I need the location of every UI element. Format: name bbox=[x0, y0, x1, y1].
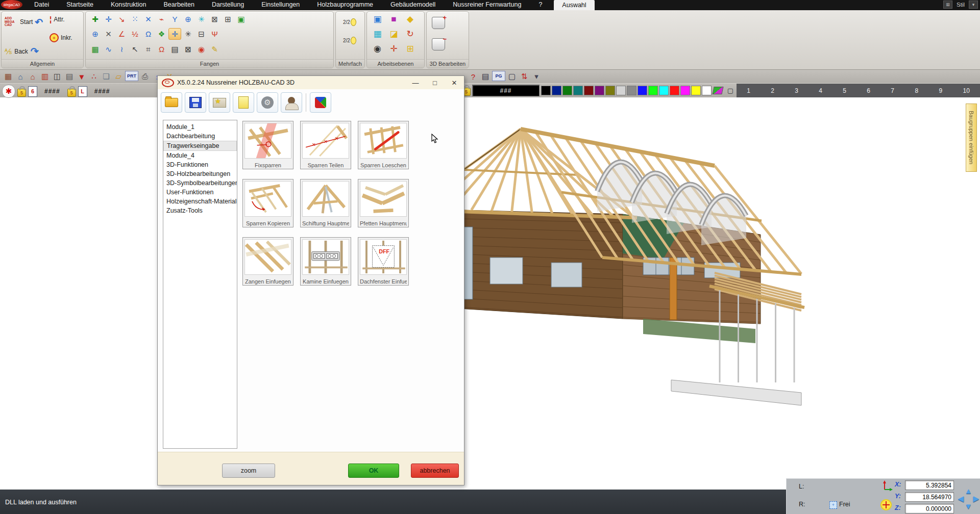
zoom-button[interactable]: zoom bbox=[222, 464, 275, 478]
category-3d-symbolbearbeitungen[interactable]: 3D-Symbolbearbeitungen bbox=[163, 178, 237, 188]
snap-point-plus-icon[interactable]: ↖ bbox=[129, 43, 141, 55]
scale-3[interactable]: 3 bbox=[795, 87, 798, 94]
snap-free-point-icon[interactable]: ✚ bbox=[89, 13, 102, 25]
y-coordinate-field[interactable]: 18.564970 bbox=[905, 492, 954, 502]
z-coordinate-field[interactable]: 0.000000 bbox=[905, 504, 954, 513]
snap-polyline-icon[interactable]: ≀ bbox=[115, 43, 128, 55]
snap-keyboard-icon[interactable]: ▤ bbox=[168, 43, 181, 55]
new-note-button[interactable] bbox=[233, 92, 254, 113]
color-swatch-1[interactable] bbox=[541, 86, 551, 95]
module-zangen[interactable]: Zangen Einfuegen bbox=[242, 237, 293, 286]
section-tool-icon[interactable]: ◫ bbox=[52, 71, 63, 82]
pan-up-icon[interactable]: ▲ bbox=[965, 487, 972, 495]
category-zusatz-tools[interactable]: Zusatz-Tools bbox=[163, 206, 237, 215]
mehrfach-icon-2[interactable]: 2/2 bbox=[343, 34, 356, 46]
snap-angle-icon[interactable]: ∠ bbox=[115, 28, 128, 40]
workplane-view-icon[interactable]: ▣ bbox=[371, 13, 384, 25]
module-dachfenster[interactable]: DFF Dachfenster Einfuegen bbox=[358, 237, 409, 286]
redraw-asterisk-button[interactable]: ✱ bbox=[2, 85, 15, 98]
origin-target-icon[interactable] bbox=[880, 499, 892, 510]
window-options-icon[interactable]: ▾ bbox=[969, 1, 978, 9]
snap-arrow-pair-icon[interactable]: ↘ bbox=[115, 13, 128, 25]
category-module-1[interactable]: Module_1 bbox=[163, 122, 237, 132]
solid-subtract-icon[interactable]: − bbox=[432, 38, 445, 50]
module-sparren-teilen[interactable]: ✕ ✕ ✕ Sparren Teilen bbox=[300, 121, 351, 169]
snap-circle-center-icon[interactable]: ⊕ bbox=[89, 28, 102, 40]
solid-add-icon[interactable]: + bbox=[432, 17, 445, 29]
scale-5[interactable]: 5 bbox=[843, 87, 846, 94]
menu-[interactable]: ? bbox=[530, 0, 551, 10]
plane-axis-icon[interactable]: ◪ bbox=[387, 28, 400, 40]
snap-mini-box-icon[interactable]: ⊟ bbox=[195, 28, 208, 40]
snap-pencil-icon[interactable]: ✎ bbox=[208, 43, 221, 55]
scale-6[interactable]: 6 bbox=[867, 87, 870, 94]
x-coordinate-field[interactable]: 5.392854 bbox=[905, 480, 954, 490]
category-3d-funktionen[interactable]: 3D-Funktionen bbox=[163, 160, 237, 169]
scale-9[interactable]: 9 bbox=[939, 87, 942, 94]
chevron-down-icon[interactable]: ▾ bbox=[531, 71, 542, 82]
cube-plus-icon[interactable]: ⊞ bbox=[404, 43, 416, 55]
color-swatch-3[interactable] bbox=[562, 86, 572, 95]
minimize-button[interactable]: — bbox=[408, 77, 423, 88]
keyboard-layout-icon[interactable]: ⊞ bbox=[943, 1, 952, 9]
snap-radius-icon[interactable]: ◉ bbox=[195, 43, 208, 55]
snap-solid-box-icon[interactable]: ▣ bbox=[235, 13, 248, 25]
snap-grid-icon[interactable]: ▦ bbox=[89, 43, 102, 55]
color-swatch-10[interactable] bbox=[638, 86, 647, 95]
snap-frame-icon[interactable]: ⊞ bbox=[222, 13, 234, 25]
layer-field[interactable]: ### bbox=[472, 85, 540, 96]
category-3d-holzbearbeitungen[interactable]: 3D-Holzbearbeitungen bbox=[163, 169, 237, 178]
snap-thin-x-icon[interactable]: ✕ bbox=[102, 28, 115, 40]
module-schiftung[interactable]: Schiftung Hauptmenu bbox=[300, 179, 351, 227]
sphere-axis-icon[interactable]: ◉ bbox=[371, 43, 384, 55]
cube-colored-icon[interactable]: ■ bbox=[387, 13, 400, 25]
module-pfetten[interactable]: Pfetten Hauptmenu bbox=[358, 179, 409, 227]
menu-startseite[interactable]: Startseite bbox=[58, 0, 102, 10]
user-button[interactable] bbox=[281, 92, 302, 113]
scale-4[interactable]: 4 bbox=[819, 87, 822, 94]
favorites-button[interactable] bbox=[209, 92, 230, 113]
color-swatch-16[interactable] bbox=[702, 86, 712, 95]
plugins-button[interactable] bbox=[310, 92, 331, 113]
color-swatch-7[interactable] bbox=[605, 86, 615, 95]
color-swatch-13[interactable] bbox=[670, 86, 679, 95]
snap-multi-point-icon[interactable]: ✛ bbox=[102, 13, 115, 25]
snap-star-icon[interactable]: ✳ bbox=[195, 13, 208, 25]
scale-2[interactable]: 2 bbox=[771, 87, 774, 94]
color-cube-icon[interactable] bbox=[712, 87, 723, 94]
doc-l-icon[interactable]: L bbox=[78, 86, 87, 97]
color-swatch-8[interactable] bbox=[616, 86, 626, 95]
menu-geb-udemodell[interactable]: Gebäudemodell bbox=[382, 0, 444, 10]
axis-plus-icon[interactable]: ✛ bbox=[387, 43, 400, 55]
category-list[interactable]: Module_1DachbearbeitungTragwerkseingabeM… bbox=[163, 120, 237, 449]
menu-konstruktion[interactable]: Konstruktion bbox=[102, 0, 155, 10]
snap-cross-icon[interactable]: ✕ bbox=[142, 13, 155, 25]
pan-down-icon[interactable]: ▼ bbox=[965, 502, 972, 510]
module-sparren-kopieren[interactable]: Sparren Kopieren bbox=[242, 179, 293, 227]
color-swatch-6[interactable] bbox=[595, 86, 604, 95]
plane-yellow-icon[interactable]: ◆ bbox=[404, 13, 416, 25]
cabinet-icon[interactable]: ▤ bbox=[64, 71, 75, 82]
monitor-zoom-icon[interactable]: ▢ bbox=[506, 71, 518, 82]
module-fixsparren[interactable]: Fixsparren bbox=[242, 121, 293, 169]
baugruppen-tab[interactable]: Baugruppen einfügen bbox=[966, 104, 977, 172]
folder-open-icon[interactable]: ▱ bbox=[113, 71, 124, 82]
value-field-2[interactable]: #### bbox=[89, 88, 115, 95]
pan-right-icon[interactable]: ▶ bbox=[972, 495, 980, 502]
color-swatch-12[interactable] bbox=[659, 86, 669, 95]
module-sparren-loeschen[interactable]: Sparren Loeschen bbox=[358, 121, 409, 169]
mehrfach-icon-1[interactable]: 2/2 bbox=[343, 16, 356, 28]
back-button[interactable]: ⅍ Back ↷ bbox=[5, 45, 39, 57]
settings-button[interactable]: ⚙ bbox=[257, 92, 278, 113]
close-button[interactable]: ✕ bbox=[447, 77, 462, 88]
timber-wall-icon[interactable]: ▦ bbox=[3, 71, 14, 82]
color-swatch-2[interactable] bbox=[552, 86, 561, 95]
snap-branch-icon[interactable]: Y bbox=[168, 13, 181, 25]
house-red-icon[interactable]: ⌂ bbox=[27, 71, 38, 82]
category-tragwerkseingabe[interactable]: Tragwerkseingabe bbox=[163, 141, 237, 151]
window-grid-icon[interactable]: ▥ bbox=[39, 71, 51, 82]
monitor-icon[interactable]: ▢ bbox=[725, 85, 736, 96]
category-module-4[interactable]: Module_4 bbox=[163, 151, 237, 160]
snap-mid-line-icon[interactable]: ⌁ bbox=[155, 13, 168, 25]
undo-icon[interactable]: ↶ bbox=[35, 16, 43, 28]
